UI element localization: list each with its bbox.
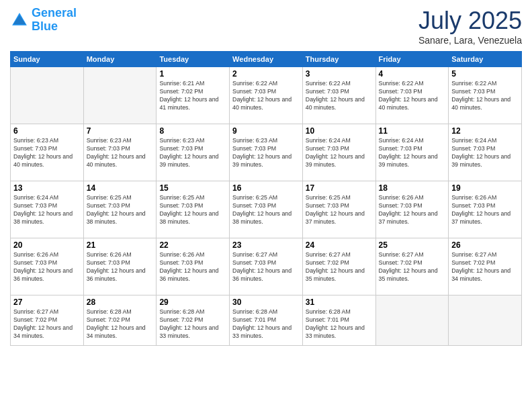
day-info: Sunrise: 6:25 AM Sunset: 7:03 PM Dayligh… xyxy=(159,194,226,226)
table-row: 30Sunrise: 6:28 AM Sunset: 7:01 PM Dayli… xyxy=(230,295,303,346)
table-row: 11Sunrise: 6:24 AM Sunset: 7:03 PM Dayli… xyxy=(375,124,449,181)
day-info: Sunrise: 6:23 AM Sunset: 7:03 PM Dayligh… xyxy=(13,137,81,169)
day-info: Sunrise: 6:26 AM Sunset: 7:03 PM Dayligh… xyxy=(159,251,226,283)
table-row: 9Sunrise: 6:23 AM Sunset: 7:03 PM Daylig… xyxy=(230,124,303,181)
day-number: 8 xyxy=(159,126,226,136)
day-number: 26 xyxy=(451,240,519,250)
table-row: 19Sunrise: 6:26 AM Sunset: 7:03 PM Dayli… xyxy=(449,181,522,238)
table-row: 26Sunrise: 6:27 AM Sunset: 7:02 PM Dayli… xyxy=(449,238,522,295)
day-info: Sunrise: 6:22 AM Sunset: 7:03 PM Dayligh… xyxy=(451,80,519,112)
day-number: 18 xyxy=(379,183,446,193)
logo-icon xyxy=(10,11,29,30)
svg-marker-1 xyxy=(13,15,26,24)
header-saturday: Saturday xyxy=(449,52,522,67)
day-info: Sunrise: 6:22 AM Sunset: 7:03 PM Dayligh… xyxy=(379,80,446,112)
logo-text: General Blue xyxy=(32,7,77,34)
day-info: Sunrise: 6:26 AM Sunset: 7:03 PM Dayligh… xyxy=(13,251,81,283)
day-info: Sunrise: 6:23 AM Sunset: 7:03 PM Dayligh… xyxy=(159,137,226,169)
day-number: 3 xyxy=(306,69,373,79)
day-info: Sunrise: 6:27 AM Sunset: 7:02 PM Dayligh… xyxy=(379,251,446,283)
day-info: Sunrise: 6:22 AM Sunset: 7:03 PM Dayligh… xyxy=(232,80,300,112)
table-row: 6Sunrise: 6:23 AM Sunset: 7:03 PM Daylig… xyxy=(11,124,84,181)
header-wednesday: Wednesday xyxy=(230,52,303,67)
day-info: Sunrise: 6:28 AM Sunset: 7:02 PM Dayligh… xyxy=(159,308,226,340)
day-number: 21 xyxy=(87,240,154,250)
day-number: 1 xyxy=(159,69,226,79)
day-number: 20 xyxy=(13,240,81,250)
table-row: 24Sunrise: 6:27 AM Sunset: 7:02 PM Dayli… xyxy=(302,238,375,295)
table-row xyxy=(375,295,449,346)
table-row: 31Sunrise: 6:28 AM Sunset: 7:01 PM Dayli… xyxy=(302,295,375,346)
day-info: Sunrise: 6:25 AM Sunset: 7:03 PM Dayligh… xyxy=(232,194,300,226)
title-area: July 2025 Sanare, Lara, Venezuela xyxy=(418,7,522,46)
table-row: 2Sunrise: 6:22 AM Sunset: 7:03 PM Daylig… xyxy=(230,67,303,124)
day-number: 29 xyxy=(159,298,226,307)
table-row: 25Sunrise: 6:27 AM Sunset: 7:02 PM Dayli… xyxy=(375,238,449,295)
day-info: Sunrise: 6:25 AM Sunset: 7:03 PM Dayligh… xyxy=(306,194,373,226)
table-row: 14Sunrise: 6:25 AM Sunset: 7:03 PM Dayli… xyxy=(83,181,157,238)
table-row: 20Sunrise: 6:26 AM Sunset: 7:03 PM Dayli… xyxy=(11,238,84,295)
day-info: Sunrise: 6:23 AM Sunset: 7:03 PM Dayligh… xyxy=(87,137,154,169)
calendar-header-row: Sunday Monday Tuesday Wednesday Thursday… xyxy=(11,52,522,67)
table-row: 5Sunrise: 6:22 AM Sunset: 7:03 PM Daylig… xyxy=(449,67,522,124)
day-number: 25 xyxy=(379,240,446,250)
day-info: Sunrise: 6:23 AM Sunset: 7:03 PM Dayligh… xyxy=(232,137,300,169)
day-info: Sunrise: 6:24 AM Sunset: 7:03 PM Dayligh… xyxy=(379,137,446,169)
table-row: 29Sunrise: 6:28 AM Sunset: 7:02 PM Dayli… xyxy=(157,295,230,346)
day-info: Sunrise: 6:27 AM Sunset: 7:03 PM Dayligh… xyxy=(232,251,300,283)
day-number: 12 xyxy=(451,126,519,136)
table-row xyxy=(449,295,522,346)
table-row: 3Sunrise: 6:22 AM Sunset: 7:03 PM Daylig… xyxy=(302,67,375,124)
day-number: 6 xyxy=(13,126,81,136)
day-info: Sunrise: 6:22 AM Sunset: 7:03 PM Dayligh… xyxy=(306,80,373,112)
day-number: 24 xyxy=(306,240,373,250)
day-info: Sunrise: 6:26 AM Sunset: 7:03 PM Dayligh… xyxy=(451,194,519,226)
table-row: 18Sunrise: 6:26 AM Sunset: 7:03 PM Dayli… xyxy=(375,181,449,238)
table-row: 16Sunrise: 6:25 AM Sunset: 7:03 PM Dayli… xyxy=(230,181,303,238)
table-row: 15Sunrise: 6:25 AM Sunset: 7:03 PM Dayli… xyxy=(157,181,230,238)
day-number: 11 xyxy=(379,126,446,136)
table-row: 23Sunrise: 6:27 AM Sunset: 7:03 PM Dayli… xyxy=(230,238,303,295)
header: General Blue July 2025 Sanare, Lara, Ven… xyxy=(10,7,522,46)
table-row: 8Sunrise: 6:23 AM Sunset: 7:03 PM Daylig… xyxy=(157,124,230,181)
day-info: Sunrise: 6:26 AM Sunset: 7:03 PM Dayligh… xyxy=(379,194,446,226)
table-row: 12Sunrise: 6:24 AM Sunset: 7:03 PM Dayli… xyxy=(449,124,522,181)
table-row: 1Sunrise: 6:21 AM Sunset: 7:02 PM Daylig… xyxy=(157,67,230,124)
table-row xyxy=(11,67,84,124)
day-number: 15 xyxy=(159,183,226,193)
table-row: 21Sunrise: 6:26 AM Sunset: 7:03 PM Dayli… xyxy=(83,238,157,295)
day-info: Sunrise: 6:24 AM Sunset: 7:03 PM Dayligh… xyxy=(451,137,519,169)
day-number: 28 xyxy=(87,298,154,307)
day-number: 14 xyxy=(87,183,154,193)
header-sunday: Sunday xyxy=(11,52,84,67)
day-info: Sunrise: 6:25 AM Sunset: 7:03 PM Dayligh… xyxy=(87,194,154,226)
day-number: 13 xyxy=(13,183,81,193)
day-number: 17 xyxy=(306,183,373,193)
calendar: Sunday Monday Tuesday Wednesday Thursday… xyxy=(10,51,522,346)
day-info: Sunrise: 6:24 AM Sunset: 7:03 PM Dayligh… xyxy=(306,137,373,169)
table-row: 28Sunrise: 6:28 AM Sunset: 7:02 PM Dayli… xyxy=(83,295,157,346)
header-thursday: Thursday xyxy=(302,52,375,67)
day-info: Sunrise: 6:27 AM Sunset: 7:02 PM Dayligh… xyxy=(13,308,81,340)
day-number: 27 xyxy=(13,298,81,307)
header-monday: Monday xyxy=(83,52,157,67)
day-number: 9 xyxy=(232,126,300,136)
table-row: 10Sunrise: 6:24 AM Sunset: 7:03 PM Dayli… xyxy=(302,124,375,181)
day-number: 2 xyxy=(232,69,300,79)
day-info: Sunrise: 6:27 AM Sunset: 7:02 PM Dayligh… xyxy=(451,251,519,283)
day-info: Sunrise: 6:26 AM Sunset: 7:03 PM Dayligh… xyxy=(87,251,154,283)
table-row: 27Sunrise: 6:27 AM Sunset: 7:02 PM Dayli… xyxy=(11,295,84,346)
table-row: 22Sunrise: 6:26 AM Sunset: 7:03 PM Dayli… xyxy=(157,238,230,295)
day-info: Sunrise: 6:21 AM Sunset: 7:02 PM Dayligh… xyxy=(159,80,226,112)
table-row: 17Sunrise: 6:25 AM Sunset: 7:03 PM Dayli… xyxy=(302,181,375,238)
table-row: 13Sunrise: 6:24 AM Sunset: 7:03 PM Dayli… xyxy=(11,181,84,238)
day-number: 23 xyxy=(232,240,300,250)
day-number: 7 xyxy=(87,126,154,136)
day-number: 16 xyxy=(232,183,300,193)
subtitle: Sanare, Lara, Venezuela xyxy=(418,35,522,46)
day-info: Sunrise: 6:28 AM Sunset: 7:02 PM Dayligh… xyxy=(87,308,154,340)
day-number: 31 xyxy=(306,298,373,307)
day-number: 4 xyxy=(379,69,446,79)
day-info: Sunrise: 6:28 AM Sunset: 7:01 PM Dayligh… xyxy=(232,308,300,340)
month-title: July 2025 xyxy=(418,7,522,35)
